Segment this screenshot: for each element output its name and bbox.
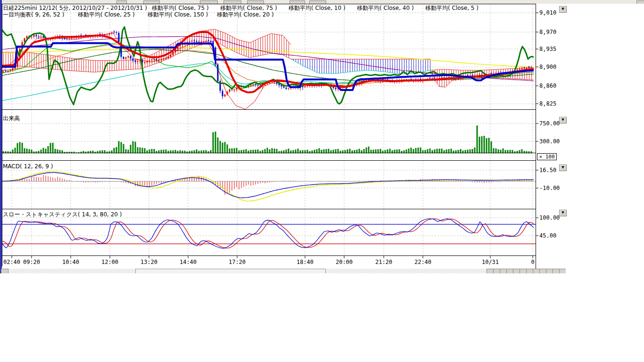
volume-bar xyxy=(45,149,47,154)
mini-toolbar-button[interactable] xyxy=(526,269,533,273)
candle-body xyxy=(10,70,11,71)
mini-toolbar-button[interactable] xyxy=(520,269,527,273)
candle-body xyxy=(38,36,40,37)
volume-bar xyxy=(319,148,320,153)
candle-body xyxy=(229,90,231,92)
macd-panel-dropdown-button[interactable]: ▼ xyxy=(559,165,567,171)
volume-bar xyxy=(132,141,134,154)
candle-body xyxy=(149,60,150,61)
candle-body xyxy=(307,86,308,86)
mini-toolbar-button[interactable] xyxy=(533,269,540,273)
candle-body xyxy=(206,41,207,41)
candle-body xyxy=(526,68,528,69)
candle-body xyxy=(524,67,525,68)
mini-toolbar-button[interactable] xyxy=(546,269,553,273)
candle-body xyxy=(132,58,134,60)
volume-bar xyxy=(415,148,417,154)
price-tick-label: 8,970 xyxy=(539,29,556,35)
volume-bar xyxy=(222,143,223,154)
volume-bar xyxy=(276,149,278,153)
scrollbar-thumb[interactable] xyxy=(135,269,326,273)
mini-toolbar-button[interactable] xyxy=(506,269,513,273)
mini-toolbar-button[interactable] xyxy=(500,269,507,273)
time-tick-label: 21:20 xyxy=(375,259,392,265)
candle-body xyxy=(147,61,148,63)
scrollbar-track[interactable] xyxy=(8,269,135,273)
volume-bar xyxy=(474,148,476,154)
volume-bar xyxy=(24,148,25,153)
volume-bar xyxy=(484,136,485,153)
candle-body xyxy=(161,59,162,60)
volume-bar xyxy=(493,148,495,153)
candle-body xyxy=(170,55,172,57)
mini-toolbar-button[interactable] xyxy=(559,269,566,273)
volume-bar xyxy=(130,145,132,153)
time-tick-label: 17:20 xyxy=(229,259,246,265)
volume-bar xyxy=(420,148,421,154)
candle-body xyxy=(165,58,167,58)
volume-bar xyxy=(328,149,330,154)
volume-bar xyxy=(118,141,120,153)
candle-body xyxy=(217,65,219,81)
candle-body xyxy=(196,41,198,42)
volume-panel-dropdown-button[interactable]: ▼ xyxy=(559,117,567,123)
price-tick-label: 8,825 xyxy=(539,100,556,107)
candle-body xyxy=(227,91,228,94)
volume-bar xyxy=(380,149,381,153)
volume-bar xyxy=(418,148,419,153)
horizontal-scrollbar[interactable] xyxy=(1,269,566,273)
macd-panel-label: MACD( 12, 26, 9 ) xyxy=(3,163,53,170)
candle-body xyxy=(517,70,518,70)
volume-bar xyxy=(359,149,360,154)
macd-tick-label: -10.00 xyxy=(539,185,560,191)
candle-body xyxy=(467,75,469,76)
price-panel-dropdown-button[interactable]: ▼ xyxy=(559,6,567,13)
volume-bar xyxy=(224,142,226,153)
volume-bar xyxy=(142,148,143,154)
volume-bar xyxy=(267,148,268,154)
stochastics-panel-label: スロー・ストキャスティクス( 14, 3, 80, 20 ) xyxy=(3,211,122,219)
stoch-panel-dropdown-button[interactable]: ▼ xyxy=(559,210,567,216)
volume-bar xyxy=(227,144,228,153)
volume-bar xyxy=(26,148,28,153)
candle-body xyxy=(31,37,33,37)
candle-body xyxy=(255,84,256,85)
header-indicator-label-row2-1: 移動平均( Close, 25 ) xyxy=(78,11,135,19)
candle-body xyxy=(224,95,226,97)
volume-bar xyxy=(363,149,365,153)
chart-canvas[interactable] xyxy=(0,0,566,273)
candle-body xyxy=(203,42,205,42)
volume-bar xyxy=(121,142,122,153)
candle-body xyxy=(528,67,530,68)
toolbar-button-partial[interactable] xyxy=(636,0,644,4)
mini-toolbar-button[interactable] xyxy=(487,269,494,273)
candle-body xyxy=(109,33,110,35)
scrollbar-left-arrow-button[interactable] xyxy=(1,269,8,273)
price-tick-label: 8,860 xyxy=(539,82,556,89)
volume-bar xyxy=(55,149,56,154)
candle-body xyxy=(283,86,285,88)
volume-bar xyxy=(427,149,429,154)
volume-bar xyxy=(437,149,438,154)
candle-body xyxy=(144,62,146,63)
header-indicator-label-row1-3: 移動平均( Close, 10 ) xyxy=(289,4,346,12)
volume-bar xyxy=(408,148,410,153)
candle-body xyxy=(198,42,200,42)
mini-toolbar-button[interactable] xyxy=(539,269,546,273)
header-indicator-label-row2-3: 移動平均( Close, 20 ) xyxy=(217,11,274,19)
mini-toolbar-button[interactable] xyxy=(513,269,520,273)
candle-body xyxy=(69,39,70,40)
candle-body xyxy=(163,59,165,59)
candle-body xyxy=(305,86,306,87)
candle-body xyxy=(191,41,193,41)
volume-bar xyxy=(50,143,51,153)
volume-bar xyxy=(297,148,299,153)
volume-bar xyxy=(154,149,155,153)
mini-toolbar-button[interactable] xyxy=(493,269,500,273)
candle-body xyxy=(208,40,209,41)
volume-bar xyxy=(52,143,54,153)
volume-panel-label: 出来高 xyxy=(3,115,20,123)
mini-toolbar-button[interactable] xyxy=(553,269,560,273)
volume-bar xyxy=(411,148,412,153)
scrollbar-track[interactable] xyxy=(326,269,487,273)
